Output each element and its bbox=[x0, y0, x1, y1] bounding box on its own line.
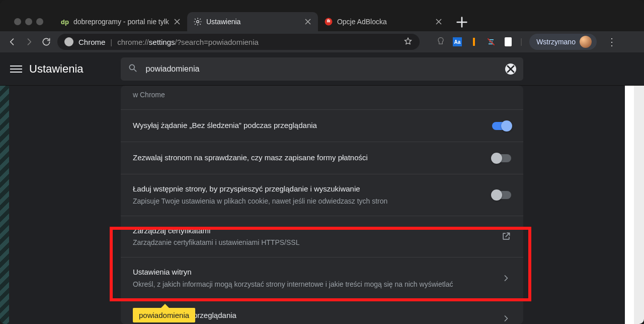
bookmark-star-icon[interactable] bbox=[404, 37, 413, 47]
omnibox[interactable]: Chrome | chrome://settings/?search=powia… bbox=[57, 34, 420, 50]
app-window: dp dobreprogramy - portal nie tylk Ustaw… bbox=[0, 0, 644, 324]
svg-point-2 bbox=[129, 64, 134, 70]
chevron-right-icon bbox=[501, 313, 511, 323]
reload-button[interactable] bbox=[41, 37, 51, 47]
settings-panel: w Chrome Wysyłaj żądanie „Bez śledzenia”… bbox=[121, 86, 523, 324]
forward-button[interactable] bbox=[24, 37, 34, 47]
row-title: Wysyłaj żądanie „Bez śledzenia” podczas … bbox=[133, 120, 484, 132]
nav-buttons bbox=[7, 37, 51, 47]
scrollbar[interactable] bbox=[634, 86, 644, 324]
row-subtitle: Zapisuje Twoje ustawienia w plikach cook… bbox=[133, 196, 484, 207]
extension-icon[interactable] bbox=[503, 37, 513, 47]
minimize-window-button[interactable] bbox=[25, 18, 32, 25]
settings-content: w Chrome Wysyłaj żądanie „Bez śledzenia”… bbox=[0, 86, 644, 324]
site-favicon: dp bbox=[60, 17, 69, 26]
new-tab-button[interactable] bbox=[454, 14, 470, 30]
extension-icons: Aa | Wstrzymano ⋮ bbox=[436, 34, 620, 50]
row-title: Ustawienia witryn bbox=[133, 267, 493, 278]
row-title: Zarządzaj certyfikatami bbox=[133, 225, 493, 237]
settings-row-truncated-top[interactable]: w Chrome bbox=[121, 86, 523, 109]
close-tab-icon[interactable] bbox=[304, 18, 312, 26]
row-subtitle: Zarządzanie certyfikatami i ustawieniami… bbox=[133, 237, 493, 248]
row-subtitle: Usuń pliki cookie, dane z historii i pam… bbox=[133, 322, 493, 324]
toggle-switch[interactable] bbox=[492, 191, 511, 199]
settings-row-certificates[interactable]: Zarządzaj certyfikatami Zarządzanie cert… bbox=[121, 216, 523, 257]
close-tab-icon[interactable] bbox=[435, 18, 443, 26]
external-link-icon bbox=[501, 231, 511, 241]
gear-icon bbox=[193, 17, 202, 26]
omnibox-host-label: Chrome bbox=[78, 38, 105, 46]
extension-icon[interactable] bbox=[486, 37, 496, 47]
extension-icon[interactable]: Aa bbox=[453, 37, 462, 46]
toggle-switch[interactable] bbox=[492, 122, 511, 130]
profile-status-label: Wstrzymano bbox=[536, 38, 576, 46]
hand-icon bbox=[324, 17, 333, 26]
chrome-page-icon bbox=[64, 37, 73, 46]
row-title: Ładuj wstępnie strony, by przyspieszyć p… bbox=[133, 183, 484, 195]
close-window-button[interactable] bbox=[14, 18, 21, 25]
extension-icon[interactable] bbox=[436, 37, 446, 47]
profile-chip[interactable]: Wstrzymano bbox=[529, 34, 597, 50]
settings-row-do-not-track[interactable]: Wysyłaj żądanie „Bez śledzenia” podczas … bbox=[121, 109, 523, 142]
tab-title: dobreprogramy - portal nie tylk bbox=[73, 18, 169, 26]
tab-dobreprogramy[interactable]: dp dobreprogramy - portal nie tylk bbox=[54, 12, 187, 31]
browser-menu-button[interactable]: ⋮ bbox=[604, 36, 620, 48]
tab-strip: dp dobreprogramy - portal nie tylk Ustaw… bbox=[0, 0, 644, 31]
search-icon bbox=[128, 63, 138, 75]
settings-search[interactable] bbox=[121, 57, 523, 81]
settings-row-clear-browsing[interactable]: placeholder przeglądania Usuń pliki cook… bbox=[121, 299, 523, 325]
tab-adblock-options[interactable]: Opcje AdBlocka bbox=[318, 12, 449, 31]
settings-header: Ustawienia bbox=[0, 52, 644, 86]
row-subtitle: Określ, z jakich informacji mogą korzyst… bbox=[133, 279, 493, 290]
avatar bbox=[580, 36, 592, 48]
browser-toolbar: Chrome | chrome://settings/?search=powia… bbox=[0, 31, 644, 52]
row-title: Zezwalaj stronom na sprawdzanie, czy mas… bbox=[133, 152, 484, 164]
search-match-tooltip: powiadomienia bbox=[133, 308, 195, 322]
back-button[interactable] bbox=[7, 37, 17, 47]
tab-settings[interactable]: Ustawienia bbox=[187, 12, 318, 31]
close-tab-icon[interactable] bbox=[173, 18, 181, 26]
decorative-edge bbox=[0, 86, 9, 324]
menu-icon[interactable] bbox=[10, 63, 22, 75]
row-subtitle: w Chrome bbox=[133, 90, 511, 100]
settings-row-payment-check[interactable]: Zezwalaj stronom na sprawdzanie, czy mas… bbox=[121, 142, 523, 174]
page-title: Ustawienia bbox=[29, 62, 84, 76]
maximize-window-button[interactable] bbox=[36, 18, 43, 25]
settings-search-input[interactable] bbox=[146, 64, 497, 74]
tab-title: Opcje AdBlocka bbox=[337, 18, 431, 26]
extension-icon[interactable] bbox=[469, 37, 479, 47]
row-title-partial: przeglądania bbox=[193, 310, 236, 321]
chevron-right-icon bbox=[501, 273, 511, 283]
tab-title: Ustawienia bbox=[206, 18, 300, 26]
toggle-switch[interactable] bbox=[492, 154, 511, 162]
svg-point-0 bbox=[196, 21, 199, 23]
settings-row-preload[interactable]: Ładuj wstępnie strony, by przyspieszyć p… bbox=[121, 174, 523, 216]
clear-search-button[interactable] bbox=[505, 63, 516, 75]
window-controls bbox=[14, 18, 43, 25]
decorative-edge bbox=[625, 86, 634, 324]
settings-row-site-settings[interactable]: Ustawienia witryn Określ, z jakich infor… bbox=[121, 257, 523, 299]
omnibox-url: chrome://settings/?search=powiadomienia bbox=[117, 38, 259, 46]
